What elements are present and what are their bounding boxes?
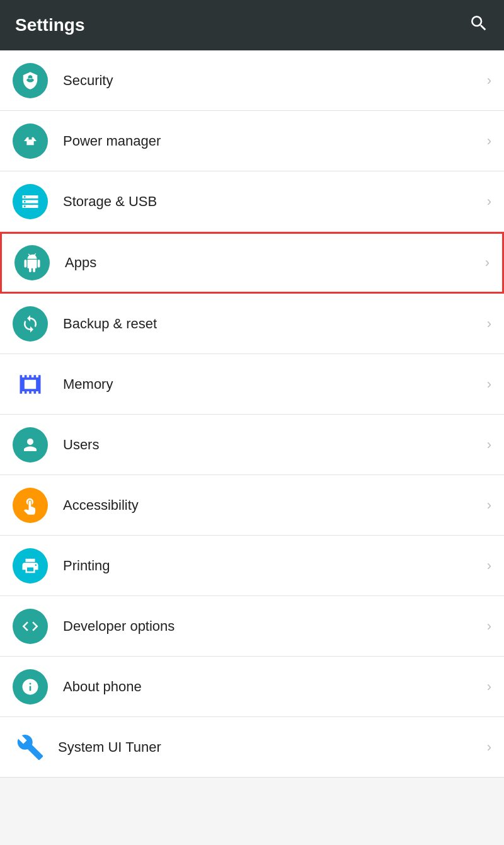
settings-item-system-ui[interactable]: System UI Tuner › (0, 717, 504, 778)
chevron-icon: › (487, 133, 491, 149)
chevron-icon: › (487, 72, 491, 89)
power-label: Power manager (63, 133, 482, 149)
settings-list: Security › Power manager › Storage & USB… (0, 50, 504, 778)
security-label: Security (63, 72, 482, 89)
search-icon[interactable] (469, 13, 489, 38)
chevron-icon: › (487, 193, 491, 210)
storage-label: Storage & USB (63, 193, 482, 210)
chevron-icon: › (487, 558, 491, 574)
settings-item-accessibility[interactable]: Accessibility › (0, 475, 504, 536)
storage-icon (13, 184, 48, 219)
system-ui-icon (13, 730, 48, 765)
chevron-icon: › (487, 497, 491, 514)
header-title: Settings (15, 15, 84, 35)
users-icon (13, 427, 48, 463)
security-icon (13, 63, 48, 98)
settings-item-users[interactable]: Users › (0, 415, 504, 475)
settings-item-memory[interactable]: Memory › (0, 354, 504, 415)
system-ui-label: System UI Tuner (58, 739, 482, 756)
accessibility-label: Accessibility (63, 497, 482, 514)
chevron-icon: › (487, 618, 491, 635)
settings-item-about[interactable]: About phone › (0, 657, 504, 717)
memory-label: Memory (63, 376, 482, 393)
backup-icon (13, 306, 48, 342)
chevron-icon: › (487, 739, 491, 756)
settings-item-backup[interactable]: Backup & reset › (0, 294, 504, 354)
developer-icon (13, 609, 48, 644)
about-label: About phone (63, 679, 482, 695)
chevron-icon: › (485, 255, 490, 271)
settings-item-storage[interactable]: Storage & USB › (0, 171, 504, 232)
chevron-icon: › (487, 376, 491, 393)
printing-label: Printing (63, 558, 482, 574)
accessibility-icon (13, 488, 48, 523)
printing-icon (13, 548, 48, 583)
settings-item-printing[interactable]: Printing › (0, 536, 504, 596)
settings-item-security[interactable]: Security › (0, 50, 504, 111)
settings-item-power[interactable]: Power manager › (0, 111, 504, 171)
memory-icon (13, 367, 48, 402)
about-icon (13, 669, 48, 704)
chevron-icon: › (487, 437, 491, 453)
apps-icon (14, 245, 50, 280)
settings-item-developer[interactable]: Developer options › (0, 596, 504, 657)
chevron-icon: › (487, 316, 491, 332)
app-header: Settings (0, 0, 504, 50)
developer-label: Developer options (63, 618, 482, 635)
power-icon (13, 124, 48, 159)
users-label: Users (63, 437, 482, 453)
backup-label: Backup & reset (63, 316, 482, 332)
settings-item-apps[interactable]: Apps › (0, 232, 504, 294)
apps-label: Apps (65, 255, 480, 271)
chevron-icon: › (487, 679, 491, 695)
